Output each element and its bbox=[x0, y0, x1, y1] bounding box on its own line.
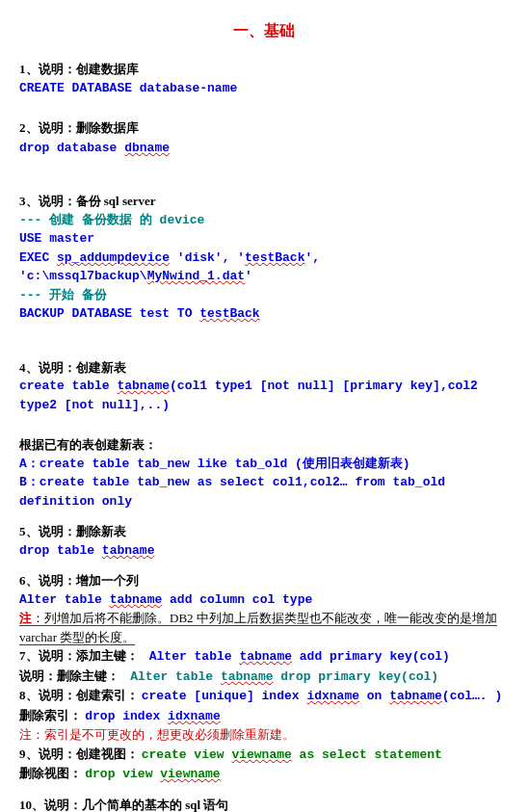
section-9b: 删除视图： drop view viewname bbox=[19, 764, 509, 784]
section-2-code: drop database dbname bbox=[19, 138, 509, 158]
section-8-note: 注：索引是不可更改的，想更改必须删除重新建。 bbox=[19, 725, 509, 745]
code-squiggle: testBack bbox=[245, 250, 304, 265]
code-squiggle: viewname bbox=[231, 747, 291, 762]
section-6-note: 注：列增加后将不能删除。DB2 中列加上后数据类型也不能改变，唯一能改变的是增加… bbox=[19, 609, 509, 646]
section-8-heading: 8、说明：创建索引： bbox=[19, 688, 139, 702]
code-text: (col…. ) bbox=[442, 689, 502, 703]
section-8-subheading: 删除索引： bbox=[19, 708, 82, 722]
section-8-code-2: drop index idxname bbox=[85, 709, 220, 723]
section-4-line-b: B：create table tab_new as select col1,co… bbox=[19, 473, 509, 511]
section-1-heading: 1、说明：创建数据库 bbox=[19, 60, 509, 79]
code-text: drop primary key(col) bbox=[273, 669, 438, 684]
section-3-line-2: EXEC sp_addumpdevice 'disk', 'testBack',… bbox=[19, 249, 509, 286]
code-text: drop index bbox=[85, 709, 168, 723]
section-9-heading: 9、说明：创建视图： bbox=[19, 747, 139, 761]
section-10-heading: 10、说明：几个简单的基本的 sql 语句 bbox=[19, 796, 509, 813]
section-9: 9、说明：创建视图： create view viewname as selec… bbox=[19, 745, 509, 765]
note-text: ：列增加后将不能删除。DB2 中列加上后数据类型也不能改变，唯一能改变的是增加 … bbox=[19, 611, 497, 644]
section-7-code: Alter table tabname add primary key(col) bbox=[149, 649, 450, 664]
note-prefix: 注 bbox=[19, 611, 32, 625]
code-text: drop view bbox=[85, 767, 160, 781]
section-3-line-1: USE master bbox=[19, 229, 509, 249]
code-squiggle: testBack bbox=[199, 306, 259, 321]
code-text: create table bbox=[19, 379, 117, 393]
section-4-line-1: create table tabname(col1 type1 [not nul… bbox=[19, 377, 509, 414]
code-squiggle: tabname bbox=[221, 669, 274, 684]
page-title: 一、基础 bbox=[19, 19, 509, 42]
code-squiggle: MyNwind_1.dat bbox=[147, 269, 245, 283]
section-3-heading: 3、说明：备份 sql server bbox=[19, 192, 509, 211]
code-text: add column col type bbox=[162, 592, 312, 607]
code-squiggle: tabname bbox=[117, 379, 170, 393]
section-7b: 说明：删除主键： Alter table tabname drop primar… bbox=[19, 667, 509, 687]
section-1-code: CREATE DATABASE database-name bbox=[19, 79, 509, 98]
code-text: ' bbox=[245, 269, 252, 283]
section-3-comment-2: --- 开始 备份 bbox=[19, 286, 509, 305]
section-7-code-2: Alter table tabname drop primary key(col… bbox=[130, 669, 438, 684]
section-7: 7、说明：添加主键： Alter table tabname add prima… bbox=[19, 646, 509, 667]
code-squiggle: idxname bbox=[306, 689, 359, 703]
code-squiggle: dbname bbox=[124, 141, 170, 155]
code-squiggle: sp_addumpdevice bbox=[57, 250, 170, 265]
code-squiggle: viewname bbox=[160, 767, 220, 781]
section-5-code: drop table tabname bbox=[19, 541, 509, 561]
section-9-subheading: 删除视图： bbox=[19, 766, 82, 780]
code-squiggle: tabname bbox=[102, 543, 155, 558]
section-4-line-a: A：create table tab_new like tab_old (使用旧… bbox=[19, 455, 509, 474]
code-squiggle: idxname bbox=[168, 709, 221, 723]
code-text: on bbox=[359, 689, 389, 703]
code-text: add primary key(col) bbox=[292, 649, 450, 664]
code-squiggle: tabname bbox=[239, 649, 292, 664]
code-text: as select statement bbox=[292, 747, 442, 762]
code-text: 'disk', ' bbox=[170, 250, 245, 265]
code-text: EXEC bbox=[19, 250, 57, 265]
section-8: 8、说明：创建索引： create [unique] index idxname… bbox=[19, 686, 509, 706]
code-text: Alter table bbox=[19, 592, 110, 607]
code-text: create view bbox=[142, 747, 232, 762]
code-text: Alter table bbox=[130, 669, 221, 684]
code-text: create [unique] index bbox=[142, 689, 307, 703]
code-squiggle: tabname bbox=[389, 689, 442, 703]
section-8-code: create [unique] index idxname on tabname… bbox=[142, 689, 503, 703]
code-text: Alter table bbox=[149, 649, 240, 664]
section-2-heading: 2、说明：删除数据库 bbox=[19, 118, 509, 138]
section-7-heading: 7、说明：添加主键： bbox=[19, 648, 139, 663]
code-squiggle: tabname bbox=[110, 592, 163, 607]
section-9-code-2: drop view viewname bbox=[85, 767, 220, 781]
section-7-subheading: 说明：删除主键： bbox=[19, 668, 119, 683]
section-4-heading: 4、说明：创建新表 bbox=[19, 358, 509, 378]
code-text: drop table bbox=[19, 543, 102, 558]
section-6-heading: 6、说明：增加一个列 bbox=[19, 571, 509, 590]
section-8b: 删除索引： drop index idxname bbox=[19, 706, 509, 726]
section-5-heading: 5、说明：删除新表 bbox=[19, 522, 509, 541]
section-6-code: Alter table tabname add column col type bbox=[19, 590, 509, 610]
section-3-line-3: BACKUP DATABASE test TO testBack bbox=[19, 304, 509, 324]
section-3-comment-1: --- 创建 备份数据 的 device bbox=[19, 211, 509, 230]
section-4-subheading: 根据已有的表创建新表： bbox=[19, 435, 509, 455]
code-text: BACKUP DATABASE test TO bbox=[19, 306, 199, 321]
code-text: drop database bbox=[19, 141, 124, 155]
section-9-code: create view viewname as select statement bbox=[142, 747, 442, 762]
